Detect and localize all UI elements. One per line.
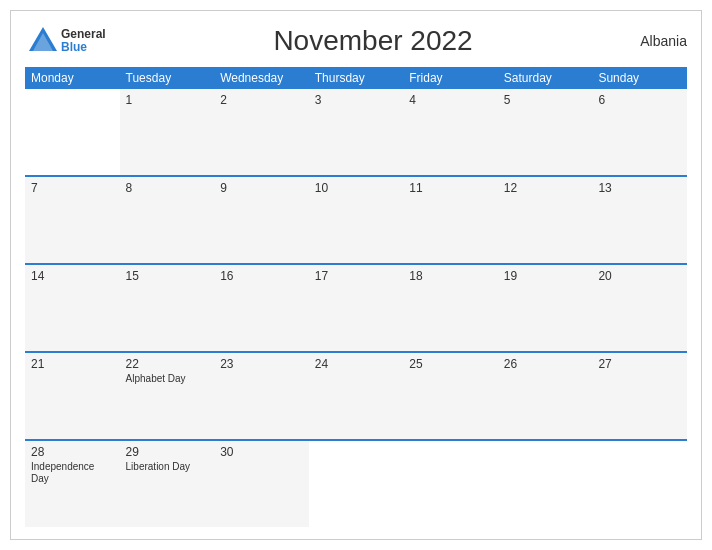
logo: General Blue [25, 23, 106, 59]
day-cell-empty-2 [309, 441, 404, 527]
day-cell-3: 3 [309, 89, 404, 175]
day-cell-1: 1 [120, 89, 215, 175]
day-cell-29: 29 Liberation Day [120, 441, 215, 527]
day-cell-7: 7 [25, 177, 120, 263]
day-cell-24: 24 [309, 353, 404, 439]
day-cell-empty-3 [403, 441, 498, 527]
week-row-4: 21 22 Alphabet Day 23 24 25 26 27 [25, 353, 687, 441]
day-cell-22: 22 Alphabet Day [120, 353, 215, 439]
day-cell-empty-1 [25, 89, 120, 175]
day-cell-14: 14 [25, 265, 120, 351]
week-row-2: 7 8 9 10 11 12 13 [25, 177, 687, 265]
event-independence-day: Independence Day [31, 461, 114, 485]
logo-text: General Blue [61, 28, 106, 54]
day-cell-25: 25 [403, 353, 498, 439]
event-liberation-day: Liberation Day [126, 461, 209, 473]
header-saturday: Saturday [498, 67, 593, 89]
day-cell-18: 18 [403, 265, 498, 351]
logo-blue-text: Blue [61, 41, 106, 54]
day-headers: Monday Tuesday Wednesday Thursday Friday… [25, 67, 687, 89]
day-cell-10: 10 [309, 177, 404, 263]
header-wednesday: Wednesday [214, 67, 309, 89]
day-cell-19: 19 [498, 265, 593, 351]
day-cell-20: 20 [592, 265, 687, 351]
header-thursday: Thursday [309, 67, 404, 89]
day-cell-30: 30 [214, 441, 309, 527]
week-row-1: 1 2 3 4 5 6 [25, 89, 687, 177]
day-cell-empty-5 [592, 441, 687, 527]
day-cell-13: 13 [592, 177, 687, 263]
day-cell-21: 21 [25, 353, 120, 439]
day-cell-17: 17 [309, 265, 404, 351]
logo-icon [25, 23, 61, 59]
day-cell-4: 4 [403, 89, 498, 175]
day-cell-16: 16 [214, 265, 309, 351]
calendar-header: General Blue November 2022 Albania [25, 23, 687, 59]
calendar-weeks: 1 2 3 4 5 6 7 8 9 10 11 12 13 14 15 [25, 89, 687, 527]
day-cell-8: 8 [120, 177, 215, 263]
day-cell-15: 15 [120, 265, 215, 351]
week-row-3: 14 15 16 17 18 19 20 [25, 265, 687, 353]
day-cell-26: 26 [498, 353, 593, 439]
header-friday: Friday [403, 67, 498, 89]
day-cell-9: 9 [214, 177, 309, 263]
country-label: Albania [640, 33, 687, 49]
day-cell-5: 5 [498, 89, 593, 175]
day-cell-6: 6 [592, 89, 687, 175]
day-cell-23: 23 [214, 353, 309, 439]
event-alphabet-day: Alphabet Day [126, 373, 209, 385]
header-sunday: Sunday [592, 67, 687, 89]
day-cell-12: 12 [498, 177, 593, 263]
calendar-grid: Monday Tuesday Wednesday Thursday Friday… [25, 67, 687, 527]
header-monday: Monday [25, 67, 120, 89]
calendar-title: November 2022 [273, 25, 472, 57]
calendar-container: General Blue November 2022 Albania Monda… [10, 10, 702, 540]
day-cell-28: 28 Independence Day [25, 441, 120, 527]
day-cell-empty-4 [498, 441, 593, 527]
week-row-5: 28 Independence Day 29 Liberation Day 30 [25, 441, 687, 527]
day-cell-11: 11 [403, 177, 498, 263]
header-tuesday: Tuesday [120, 67, 215, 89]
day-cell-27: 27 [592, 353, 687, 439]
day-cell-2: 2 [214, 89, 309, 175]
